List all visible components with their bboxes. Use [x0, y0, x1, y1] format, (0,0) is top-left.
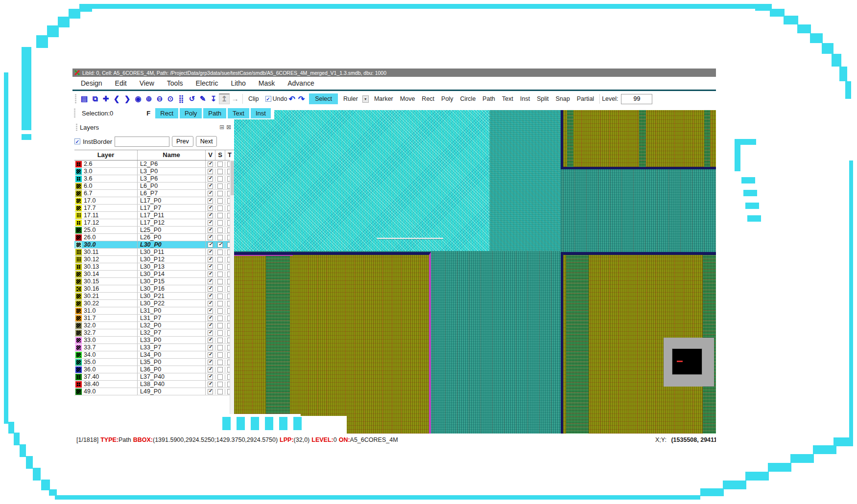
window-titlebar[interactable]: LibId: 0, Cell: A5_6CORES_4M, Path: /Pro…: [72, 69, 716, 77]
select-checkbox[interactable]: [217, 308, 223, 314]
layout-canvas[interactable]: [234, 107, 716, 434]
layer-row[interactable]: 17.7 L17_P7: [74, 205, 234, 212]
column-header-layer[interactable]: Layer: [74, 150, 138, 160]
menu-tools[interactable]: Tools: [161, 79, 190, 87]
layer-row[interactable]: 34.0 L34_P0: [74, 351, 234, 359]
panel-close-icon[interactable]: ⊠: [226, 124, 231, 131]
visible-checkbox[interactable]: [208, 345, 213, 350]
layer-row[interactable]: 17.12 L17_P12: [74, 219, 234, 227]
eye-icon[interactable]: ⊙: [165, 93, 176, 104]
select-checkbox[interactable]: [217, 272, 223, 277]
select-checkbox[interactable]: [217, 323, 223, 328]
visible-checkbox[interactable]: [208, 235, 213, 240]
layer-row[interactable]: 31.7 L31_P7: [74, 315, 234, 322]
select-checkbox[interactable]: [217, 191, 223, 196]
visible-checkbox[interactable]: [208, 367, 213, 372]
select-checkbox[interactable]: [217, 389, 223, 394]
zoom-in-icon[interactable]: ⊕: [143, 93, 154, 104]
select-checkbox[interactable]: [217, 257, 223, 262]
toolbar-button-snap[interactable]: Snap: [552, 95, 573, 102]
filter-f-label[interactable]: F: [146, 110, 150, 117]
select-checkbox[interactable]: [217, 279, 223, 284]
layer-row[interactable]: 17.11 L17_P11: [74, 212, 234, 219]
toolbar-button-move[interactable]: Move: [397, 95, 419, 102]
menu-mask[interactable]: Mask: [252, 79, 281, 87]
layer-filter-input[interactable]: [115, 137, 169, 147]
layer-row[interactable]: 17.0 L17_P0: [74, 197, 234, 205]
select-checkbox[interactable]: [217, 206, 223, 211]
toolbar-button-path[interactable]: Path: [479, 95, 499, 102]
select-checkbox[interactable]: [217, 352, 223, 358]
refresh-icon[interactable]: ↺: [187, 93, 197, 104]
mode-button-inst[interactable]: Inst: [251, 108, 271, 118]
prev-button[interactable]: Prev: [172, 136, 193, 147]
visible-checkbox[interactable]: [208, 213, 213, 218]
visible-checkbox[interactable]: [208, 286, 213, 292]
layer-table-scrollbar[interactable]: [230, 160, 234, 434]
layer-row[interactable]: 30.22 L30_P22: [74, 300, 234, 307]
toolbar-drag-handle[interactable]: [75, 94, 76, 103]
layer-row[interactable]: 30.14 L30_P14: [74, 271, 234, 278]
menu-view[interactable]: View: [133, 79, 161, 87]
layer-row[interactable]: 25.0 L25_P0: [74, 227, 234, 234]
select-checkbox[interactable]: [217, 250, 223, 255]
ruler-button[interactable]: Ruler: [340, 95, 361, 102]
instborder-checkbox[interactable]: [74, 138, 80, 144]
select-checkbox[interactable]: [217, 213, 223, 218]
toolbar-button-rect[interactable]: Rect: [418, 95, 438, 102]
next-button[interactable]: Next: [196, 136, 217, 147]
column-header-name[interactable]: Name: [138, 150, 206, 160]
layer-row[interactable]: 37.40 L37_P40: [74, 373, 234, 381]
visible-checkbox[interactable]: [208, 316, 213, 321]
menu-design[interactable]: Design: [74, 79, 109, 87]
visible-checkbox[interactable]: [208, 250, 213, 255]
layer-row[interactable]: 30.0 L30_P0: [74, 241, 234, 249]
layer-row[interactable]: 6.7 L6_P7: [74, 190, 234, 197]
right-arrow-icon[interactable]: →: [230, 93, 240, 104]
select-checkbox[interactable]: [217, 374, 223, 380]
zoom-fit-icon[interactable]: ◉: [133, 93, 143, 104]
mode-button-poly[interactable]: Poly: [180, 108, 202, 118]
select-checkbox[interactable]: [217, 264, 223, 270]
layer-row[interactable]: 38.40 L38_P40: [74, 381, 234, 388]
layer-row[interactable]: 30.13 L30_P13: [74, 263, 234, 271]
select-checkbox[interactable]: [217, 176, 223, 182]
column-header-s[interactable]: S: [215, 150, 225, 160]
visible-checkbox[interactable]: [208, 301, 213, 306]
layer-row[interactable]: 33.7 L33_P7: [74, 344, 234, 351]
layer-row[interactable]: 30.12 L30_P12: [74, 256, 234, 263]
visible-checkbox[interactable]: [208, 191, 213, 196]
column-header-t[interactable]: T: [225, 150, 234, 160]
zoom-out-icon[interactable]: ⊖: [154, 93, 165, 104]
select-checkbox[interactable]: [217, 367, 223, 372]
select-checkbox[interactable]: [217, 330, 223, 336]
visible-checkbox[interactable]: [208, 323, 213, 328]
layer-row[interactable]: 3.0 L3_P0: [74, 168, 234, 175]
select-checkbox[interactable]: [217, 220, 223, 226]
toolbar-button-partial[interactable]: Partial: [573, 95, 597, 102]
visible-checkbox[interactable]: [208, 242, 213, 248]
select-checkbox[interactable]: [217, 301, 223, 306]
visible-checkbox[interactable]: [208, 257, 213, 262]
level-input[interactable]: [621, 94, 652, 104]
select-checkbox[interactable]: [217, 183, 223, 189]
visible-checkbox[interactable]: [208, 206, 213, 211]
layer-row[interactable]: 2.6 L2_P6: [74, 160, 234, 168]
layer-row[interactable]: 31.0 L31_P0: [74, 307, 234, 315]
layer-row[interactable]: 3.6 L3_P6: [74, 175, 234, 183]
select-checkbox[interactable]: [217, 345, 223, 350]
panel-undock-icon[interactable]: ⊞: [219, 124, 224, 131]
layers-panel-drag-handle[interactable]: [76, 124, 77, 131]
select-checkbox[interactable]: [217, 169, 223, 174]
visible-checkbox[interactable]: [208, 382, 213, 387]
select-checkbox[interactable]: [217, 360, 223, 365]
selection-bar-drag-handle[interactable]: [74, 109, 75, 117]
visible-checkbox[interactable]: [208, 374, 213, 380]
visible-checkbox[interactable]: [208, 308, 213, 314]
visible-checkbox[interactable]: [208, 161, 213, 167]
column-header-v[interactable]: V: [206, 150, 215, 160]
layer-row[interactable]: 32.7 L32_P7: [74, 329, 234, 337]
visible-checkbox[interactable]: [208, 330, 213, 336]
scrollbar-thumb[interactable]: [231, 161, 234, 195]
redo-arrow-icon[interactable]: ↷: [297, 94, 306, 104]
